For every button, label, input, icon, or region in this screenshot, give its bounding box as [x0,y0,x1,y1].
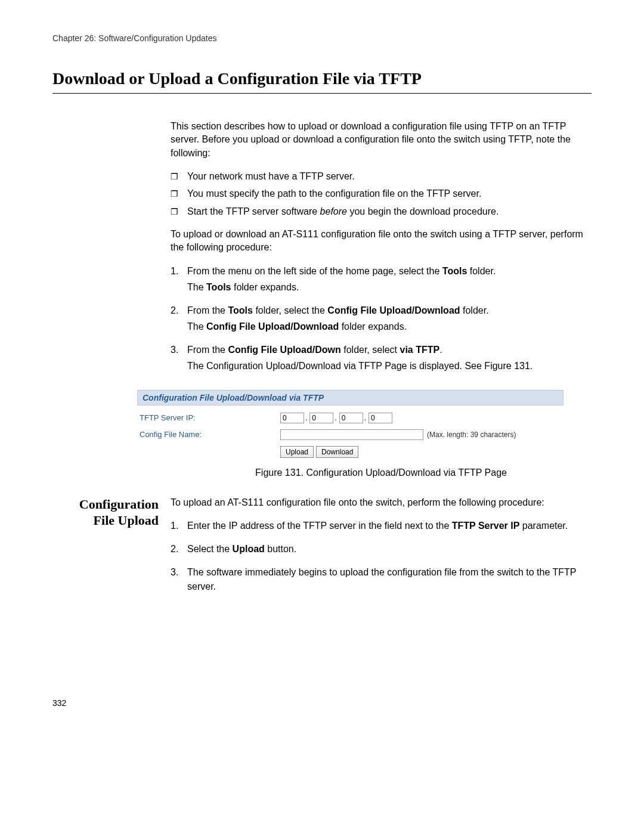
list-item: 3. The software immediately begins to up… [171,565,592,593]
list-item: 1. From the menu on the left side of the… [171,264,592,294]
page-number: 332 [52,698,66,708]
ip-octet-4[interactable] [369,413,392,423]
list-item: You must specify the path to the configu… [171,187,592,200]
page-title: Download or Upload a Configuration File … [52,69,592,94]
requirements-list: Your network must have a TFTP server. Yo… [171,169,592,218]
config-file-name-label: Config File Name: [140,430,280,439]
intro-paragraph: This section describes how to upload or … [171,120,592,160]
ip-octet-2[interactable] [309,413,333,423]
procedure-list-1: 1. From the menu on the left side of the… [171,264,592,373]
list-item: 2. Select the Upload button. [171,542,592,556]
list-item: 1. Enter the IP address of the TFTP serv… [171,519,592,532]
chapter-header: Chapter 26: Software/Configuration Updat… [52,33,592,43]
list-item: Your network must have a TFTP server. [171,169,592,183]
config-file-name-input[interactable] [280,429,423,440]
lead-paragraph: To upload or download an AT-S111 configu… [171,228,592,255]
tftp-server-ip-input-group: ... [280,413,392,423]
download-button[interactable]: Download [316,446,358,458]
tftp-config-panel: Configuration File Upload/Download via T… [137,390,564,458]
list-item: 2. From the Tools folder, select the Con… [171,304,592,333]
max-length-note: (Max. length: 39 characters) [427,431,516,439]
upload-button[interactable]: Upload [280,446,314,458]
tftp-server-ip-label: TFTP Server IP: [140,413,280,422]
upload-intro-paragraph: To upload an AT-S111 configuration file … [171,496,592,509]
ip-octet-1[interactable] [280,413,304,423]
panel-header: Configuration File Upload/Download via T… [137,390,564,405]
figure-caption: Figure 131. Configuration Upload/Downloa… [171,467,592,478]
section-heading-upload: Configuration File Upload [52,496,171,603]
list-item: 3. From the Config File Upload/Down fold… [171,343,592,373]
list-item: Start the TFTP server software before yo… [171,205,592,218]
ip-octet-3[interactable] [339,413,363,423]
procedure-list-2: 1. Enter the IP address of the TFTP serv… [171,519,592,593]
